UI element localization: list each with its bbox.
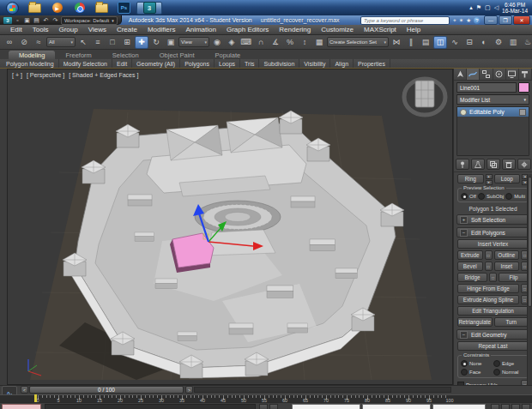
selection-filter-dropdown[interactable]: All▾ [46, 37, 76, 47]
menu-maxscript[interactable]: MAXScript [359, 25, 402, 34]
make-unique-icon[interactable] [487, 159, 500, 170]
ribbon-tab-object-paint[interactable]: Object Paint [149, 51, 205, 59]
infocenter-search-icon[interactable]: ⌖ [453, 17, 456, 24]
unlink-selection-icon[interactable]: ⊘ [17, 36, 31, 49]
action-center-flag-icon[interactable]: ⚑ [476, 4, 481, 11]
panel-scrollbar[interactable] [527, 174, 532, 405]
application-menu-button[interactable]: 3 [3, 17, 12, 24]
preview-off-radio[interactable]: Off [461, 193, 476, 200]
menu-animation[interactable]: Animation [180, 25, 221, 34]
select-and-link-icon[interactable]: ∞ [3, 36, 16, 49]
percent-snap-icon[interactable]: % [283, 36, 297, 49]
insert-vertex-button[interactable]: Insert Vertex [457, 239, 529, 249]
bind-to-space-warp-icon[interactable]: ≈ [32, 36, 45, 49]
extrude-button[interactable]: Extrude [457, 250, 483, 260]
ribbon-tab-populate[interactable]: Populate [205, 51, 251, 59]
open-file-icon[interactable]: ▣ [23, 17, 31, 24]
material-editor-icon[interactable]: ◐ [477, 36, 491, 49]
selection-lock-icon[interactable] [259, 404, 268, 409]
perspective-viewport[interactable]: [ + ][ Perspective ][ Shaded + Edged Fac… [7, 69, 453, 385]
flip-button[interactable]: Flip [499, 273, 529, 282]
new-scene-icon[interactable]: ▫ [14, 17, 21, 23]
keyboard-override-icon[interactable]: ⌨ [239, 36, 253, 49]
tab-display[interactable] [506, 69, 519, 80]
preview-subobj-radio[interactable]: SubObj [478, 193, 504, 200]
constraint-face-radio[interactable]: Face [461, 369, 493, 376]
select-and-scale-icon[interactable]: ▣ [164, 36, 178, 49]
manage-layers-icon[interactable]: ▤ [419, 36, 432, 49]
taskbar-clock[interactable]: 6:46 PM 16-Mar-14 [502, 2, 528, 14]
redo-icon[interactable]: ↷ [51, 17, 59, 24]
absolute-mode-icon[interactable] [269, 404, 278, 409]
tab-modify[interactable] [467, 69, 480, 80]
repeat-last-button[interactable]: Repeat Last [457, 341, 529, 351]
extrude-along-spline-button[interactable]: Extrude Along Spline [457, 295, 519, 304]
use-pivot-point-icon[interactable]: ◉ [210, 36, 224, 49]
object-color-swatch[interactable] [518, 82, 529, 93]
edit-polygons-rollout-header[interactable]: − Edit Polygons [456, 227, 529, 238]
ribbon-panel-visibility[interactable]: Visibility [299, 59, 330, 68]
extrude-settings-button[interactable]: □ [485, 250, 493, 260]
ring-button[interactable]: Ring [457, 174, 484, 183]
current-frame-marker[interactable] [34, 394, 37, 402]
graphite-ribbon-toggle-icon[interactable]: ◫ [433, 36, 447, 49]
taskbar-photoshop-button[interactable]: Ps [114, 2, 134, 15]
constraint-none-radio[interactable]: None [461, 360, 493, 367]
outline-button[interactable]: Outline [494, 250, 520, 260]
turn-button[interactable]: Turn [494, 317, 529, 327]
ribbon-panel-polygons[interactable]: Polygons [180, 59, 215, 68]
window-crossing-icon[interactable]: ⊞ [120, 36, 134, 49]
maxscript-mini-listener[interactable] [2, 404, 41, 409]
ribbon-panel-properties[interactable]: Properties [354, 59, 390, 68]
rendered-frame-icon[interactable]: ▥ [506, 36, 520, 49]
tab-create[interactable] [454, 69, 467, 80]
scrollbar-thumb[interactable] [528, 177, 532, 307]
minimize-button[interactable]: — [484, 15, 498, 25]
hinge-from-edge-button[interactable]: Hinge From Edge [457, 284, 519, 293]
edit-triangulation-button[interactable]: Edit Triangulation [457, 306, 529, 316]
menu-help[interactable]: Help [402, 25, 426, 34]
maximize-viewport-icon[interactable] [522, 404, 530, 409]
ribbon-panel-subdivision[interactable]: Subdivision [259, 59, 299, 68]
render-setup-icon[interactable]: ⚙ [492, 36, 505, 49]
select-by-name-icon[interactable]: ≡ [91, 36, 105, 49]
menu-rendering[interactable]: Rendering [274, 25, 316, 34]
snaps-toggle-icon[interactable]: ∩ [254, 36, 268, 49]
schematic-view-icon[interactable]: ⊟ [462, 36, 476, 49]
ribbon-panel-geometry-all[interactable]: Geometry (All) [132, 59, 180, 68]
edit-named-selection-sets-icon[interactable]: ▦ [312, 36, 326, 49]
select-object-icon[interactable]: ↖ [76, 36, 90, 49]
menu-create[interactable]: Create [112, 25, 142, 34]
stack-item-editable-poly[interactable]: Editable Poly [457, 107, 529, 117]
ribbon-tab-modeling[interactable]: Modeling [9, 51, 55, 59]
ribbon-panel-tris[interactable]: Tris [240, 59, 259, 68]
menu-modifiers[interactable]: Modifiers [142, 25, 180, 34]
infocenter-search-input[interactable] [360, 16, 450, 25]
viewport-canvas[interactable] [8, 69, 452, 384]
ribbon-panel-modify-selection[interactable]: Modify Selection [59, 59, 112, 68]
preview-multi-radio[interactable]: Multi [505, 193, 525, 200]
bevel-settings-button[interactable]: □ [485, 262, 493, 271]
taskbar-3ds-max-button[interactable]: 3 [136, 2, 162, 15]
bridge-settings-button[interactable]: □ [489, 273, 497, 282]
viewport-general-menu[interactable]: [ + ] [12, 72, 22, 78]
loop-button[interactable]: Loop [494, 174, 521, 183]
menu-tools[interactable]: Tools [27, 25, 54, 34]
select-and-move-icon[interactable]: ✚ [135, 36, 148, 49]
pin-stack-icon[interactable] [456, 159, 469, 170]
select-and-manipulate-icon[interactable]: ◈ [225, 36, 239, 49]
volume-icon[interactable]: ◁ [494, 4, 499, 11]
communication-center-icon[interactable]: ✶ [459, 17, 463, 24]
help-icon[interactable]: ? [474, 17, 481, 24]
undo-icon[interactable]: ↶ [42, 17, 50, 24]
menu-customize[interactable]: Customize [316, 25, 359, 34]
orbit-icon[interactable] [511, 404, 520, 409]
coordinate-x-field[interactable] [292, 404, 360, 409]
ribbon-tab-selection[interactable]: Selection [102, 51, 149, 59]
curve-editor-icon[interactable]: ∿ [448, 36, 462, 49]
bridge-button[interactable]: Bridge [457, 273, 487, 282]
previous-frame-button[interactable]: < [21, 386, 28, 394]
ribbon-panel-polygon-modeling[interactable]: Polygon Modeling [2, 59, 59, 68]
tab-utilities[interactable] [519, 69, 532, 80]
mirror-icon[interactable]: ⋈ [390, 36, 403, 49]
